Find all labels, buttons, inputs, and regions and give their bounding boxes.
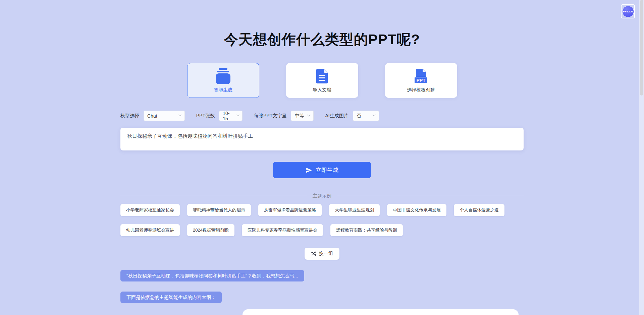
ai-image-label: AI生成图片 xyxy=(325,113,348,119)
card-smart-generate[interactable]: 智能生成 xyxy=(187,63,259,98)
model-select[interactable]: Chat xyxy=(144,111,185,121)
main-content: 今天想创作什么类型的PPT呢? 智能生成 导入文档 xyxy=(120,0,524,303)
ppt-template-icon: PPT xyxy=(413,68,429,84)
ppt-cn-logo-icon: PPT.CN xyxy=(622,6,634,17)
examples-divider: 主题示例 xyxy=(120,193,524,199)
scrollbar-thumb[interactable] xyxy=(640,0,643,96)
model-select-value: Chat xyxy=(147,113,157,119)
chat-message: "秋日探秘亲子互动课，包括趣味植物问答和树叶拼贴手工"？收到，我想想怎么写... xyxy=(120,270,304,281)
chat-message: 下面是依据您的主题智能生成的内容大纲： xyxy=(120,292,222,303)
example-chip[interactable]: 从雷军做IP看品牌运营策略 xyxy=(258,204,322,216)
page-title: 今天想创作什么类型的PPT呢? xyxy=(120,32,524,48)
example-chip[interactable]: 医院儿科专家春季病毒性感冒宣讲会 xyxy=(242,224,323,236)
model-select-label: 模型选择 xyxy=(120,113,139,119)
creation-type-cards: 智能生成 导入文档 PPT xyxy=(120,63,524,98)
card-label: 智能生成 xyxy=(214,87,232,93)
example-chips-row-2: 幼儿园老师春游班会宣讲 2024数据营销前瞻 医院儿科专家春季病毒性感冒宣讲会 … xyxy=(120,224,524,236)
chevron-down-icon xyxy=(236,113,239,117)
example-chip[interactable]: 大学生职业生涯规划 xyxy=(329,204,380,216)
text-amount-label: 每张PPT文字量 xyxy=(254,113,286,119)
ai-image-select[interactable]: 否 xyxy=(353,111,379,121)
example-chip[interactable]: 中国非遗文化传承与发展 xyxy=(387,204,446,216)
topic-input[interactable]: 秋日探秘亲子互动课，包括趣味植物问答和树叶拼贴手工 xyxy=(120,128,524,150)
shuffle-button[interactable]: 换一组 xyxy=(305,248,339,260)
chevron-down-icon xyxy=(178,113,182,117)
topic-input-box: 秋日探秘亲子互动课，包括趣味植物问答和树叶拼贴手工 xyxy=(120,128,524,150)
generation-options: 模型选择 Chat PPT张数 10-15 每张PPT文字量 中等 AI生成图片… xyxy=(120,111,524,121)
card-label: 选择模板创建 xyxy=(407,87,435,93)
example-chip[interactable]: 个人自媒体运营之道 xyxy=(454,204,504,216)
text-amount-value: 中等 xyxy=(294,113,304,119)
examples-divider-label: 主题示例 xyxy=(313,193,331,199)
smart-generate-icon xyxy=(216,68,230,84)
text-amount-select[interactable]: 中等 xyxy=(291,111,314,121)
generate-button-label: 立即生成 xyxy=(316,166,338,174)
example-chip[interactable]: 幼儿园老师春游班会宣讲 xyxy=(120,224,180,236)
example-chip[interactable]: 小学老师家校互通家长会 xyxy=(120,204,180,216)
page-scrollbar[interactable] xyxy=(639,0,644,315)
outline-panel xyxy=(243,309,519,315)
card-template-create[interactable]: PPT 选择模板创建 xyxy=(385,63,457,98)
example-chip[interactable]: 哪吒精神带给当代人的启示 xyxy=(187,204,251,216)
example-chip[interactable]: 2024数据营销前瞻 xyxy=(187,224,234,236)
shuffle-icon xyxy=(311,251,316,256)
card-label: 导入文档 xyxy=(313,87,331,93)
generate-button[interactable]: 立即生成 xyxy=(273,162,371,178)
chevron-down-icon xyxy=(307,113,311,117)
example-chip[interactable]: 远程教育实践：共享经验与教训 xyxy=(330,224,403,236)
chevron-down-icon xyxy=(372,113,376,117)
slide-count-label: PPT张数 xyxy=(196,113,215,119)
example-chips-row-1: 小学老师家校互通家长会 哪吒精神带给当代人的启示 从雷军做IP看品牌运营策略 大… xyxy=(120,204,524,216)
svg-text:PPT: PPT xyxy=(416,78,426,83)
paper-plane-icon xyxy=(306,167,312,174)
shuffle-button-label: 换一组 xyxy=(319,251,333,257)
ai-image-value: 否 xyxy=(357,113,361,119)
site-logo[interactable]: PPT.CN xyxy=(621,4,635,18)
import-document-icon xyxy=(316,68,328,84)
slide-count-select[interactable]: 10-15 xyxy=(219,111,243,121)
slide-count-value: 10-15 xyxy=(223,111,234,121)
card-import-document[interactable]: 导入文档 xyxy=(286,63,358,98)
